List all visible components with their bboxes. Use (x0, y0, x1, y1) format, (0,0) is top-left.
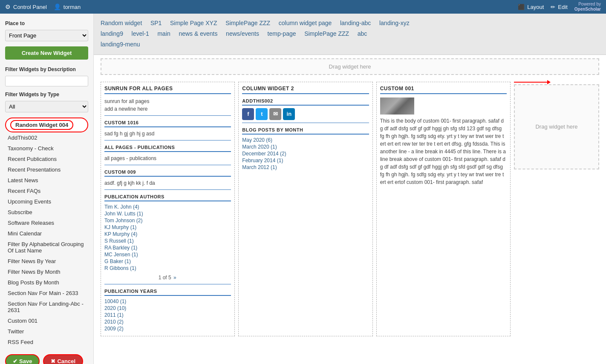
page-nav-sp1[interactable]: SP1 (150, 20, 162, 26)
widget-item-custom-001[interactable]: Custom 001 (5, 315, 88, 326)
place-to-label: Place to (5, 20, 88, 26)
author-ra-barkley[interactable]: RA Barkley (1) (104, 245, 231, 251)
widget-item-software-releases[interactable]: Software Releases (5, 218, 88, 228)
widget-item-filter-news-year[interactable]: Filter News By Year (5, 256, 88, 267)
drag-zone-col-container: Drag widget here (514, 82, 599, 336)
page-nav-news-events[interactable]: news & events (179, 30, 217, 37)
widget-item-taxonomy-check[interactable]: Taxonomy - Check (5, 143, 88, 154)
pub-year-2011[interactable]: 2011 (1) (104, 312, 231, 318)
facebook-icon[interactable]: f (242, 108, 254, 120)
user-menu[interactable]: 👤 torman (54, 3, 81, 10)
top-bar: ⚙ Control Panel 👤 torman ⬛ Layout ✏ Edit… (0, 0, 606, 14)
page-nav-landing-abc[interactable]: landing-abc (340, 20, 371, 26)
page-nav-news-events-2[interactable]: news/events (226, 30, 259, 37)
layout-button[interactable]: ⬛ Layout (518, 4, 544, 10)
widget-item-addthis002[interactable]: AddThis002 (5, 132, 88, 143)
author-kp-murphy[interactable]: KP Murphy (4) (104, 231, 231, 237)
page-nav-temp-page[interactable]: temp-page (268, 30, 296, 37)
widget-item-recent-publications[interactable]: Recent Publications (5, 154, 88, 164)
widget-item-upcoming-events[interactable]: Upcoming Events (5, 196, 88, 207)
pub-year-2020[interactable]: 2020 (10) (104, 305, 231, 311)
blog-feb-2014[interactable]: February 2014 (1) (242, 158, 369, 163)
widget-item-blog-posts-by-month[interactable]: Blog Posts By Month (5, 277, 88, 288)
author-mc-jensen[interactable]: MC Jensen (1) (104, 252, 231, 258)
author-kj-murphy[interactable]: KJ Murphy (1) (104, 224, 231, 230)
layout-icon: ⬛ (518, 4, 525, 10)
widget-item-recent-presentations[interactable]: Recent Presentations (5, 164, 88, 175)
widget-item-mini-calendar[interactable]: Mini Calendar (5, 228, 88, 239)
user-icon: 👤 (54, 3, 61, 10)
blog-march-2020[interactable]: March 2020 (1) (242, 144, 369, 150)
widget-item-rss-feed[interactable]: RSS Feed (5, 337, 88, 347)
arrow-line (514, 82, 548, 83)
twitter-icon[interactable]: t (256, 108, 268, 120)
save-icon: ✔ (13, 358, 17, 364)
drag-zone-col[interactable]: Drag widget here (514, 84, 599, 169)
custom1016-title: CUSTOM 1016 (104, 120, 231, 127)
email-icon[interactable]: ✉ (269, 108, 281, 120)
widget-item-recent-faqs[interactable]: Recent FAQs (5, 186, 88, 196)
create-new-widget-button[interactable]: Create New Widget (5, 46, 88, 60)
blog-may-2020[interactable]: May 2020 (6) (242, 137, 369, 143)
social-icons: f t ✉ in (242, 108, 369, 120)
edit-button[interactable]: ✏ Edit (551, 4, 567, 10)
page-nav-simple-page-xyz[interactable]: Simple Page XYZ (170, 20, 217, 26)
page-nav-simplepage-zzz-2[interactable]: SimplePage ZZZ (304, 30, 349, 37)
allpages-pub-content: all pages - publications (104, 155, 231, 162)
blog-posts-title: BLOG POSTS BY MONTH (242, 127, 369, 135)
author-tom-johnson[interactable]: Tom Johnson (2) (104, 218, 231, 224)
filter-desc-label: Filter Widgets by Description (5, 66, 88, 72)
sidebar-actions: ✔ Save ✖ Cancel (5, 351, 88, 364)
author-tim-john[interactable]: Tim K. John (4) (104, 204, 231, 210)
page-nav-simplepage-zzz[interactable]: SimplePage ZZZ (225, 20, 270, 26)
place-to-select[interactable]: Front Page Secondary Page Landing Page (5, 30, 88, 41)
save-button[interactable]: ✔ Save (5, 354, 40, 364)
allpages-pub-title: ALL PAGES - PUBLICATIONS (104, 145, 231, 152)
control-panel-icon: ⚙ (5, 3, 11, 10)
col1-title: SUNRUN FOR ALL PAGES (104, 86, 231, 94)
filter-desc-input[interactable] (5, 76, 88, 86)
widget-item-twitter[interactable]: Twitter (5, 326, 88, 337)
linkedin-icon[interactable]: in (283, 108, 295, 120)
page-nav-abc[interactable]: abc (358, 30, 367, 37)
custom009-title: CUSTOM 009 (104, 169, 231, 177)
page-nav-column-widget-page[interactable]: column widget page (279, 20, 332, 26)
control-panel-link[interactable]: ⚙ Control Panel (5, 3, 47, 10)
pub-year-2009[interactable]: 2009 (2) (104, 326, 231, 332)
page-nav-landing9[interactable]: landing9 (101, 30, 123, 37)
page-nav-landing-xyz[interactable]: landing-xyz (379, 20, 410, 26)
pub-years-title: PUBLICATION YEARS (104, 289, 231, 296)
widget-item-random-widget-004[interactable]: Random Widget 004 (5, 118, 88, 132)
filter-type-select[interactable]: All Publication News Events (5, 101, 88, 112)
author-john-lutts[interactable]: John W. Lutts (1) (104, 211, 231, 217)
author-r-gibbons[interactable]: R Gibbons (1) (104, 265, 231, 271)
widget-item-section-nav-landing[interactable]: Section Nav For Landing-Abc - 2631 (5, 298, 88, 315)
widget-list: Random Widget 004 AddThis002 Taxonomy - … (5, 118, 88, 347)
blog-march-2012[interactable]: March 2012 (1) (242, 164, 369, 170)
pub-authors-list: Tim K. John (4) John W. Lutts (1) Tom Jo… (104, 204, 231, 271)
page-nav-random-widget[interactable]: Random widget (101, 20, 142, 26)
page-nav-level-1[interactable]: level-1 (132, 30, 149, 37)
widget-item-subscribe[interactable]: Subscribe (5, 207, 88, 218)
widget-item-filter-alpha[interactable]: Filter By Alphabetical Grouping Of Last … (5, 239, 88, 256)
custom001-body: This is the body of custom 001- first pa… (380, 117, 507, 186)
columns-row: SUNRUN FOR ALL PAGES sunrun for all page… (94, 78, 606, 340)
widget-item-section-nav-main[interactable]: Section Nav For Main - 2633 (5, 288, 88, 298)
page-nav: Random widget SP1 Simple Page XYZ Simple… (94, 14, 606, 55)
edit-icon: ✏ (551, 4, 555, 10)
author-s-russell[interactable]: S Russell (1) (104, 238, 231, 244)
page-nav-landing9-menu[interactable]: landing9-menu (101, 41, 140, 48)
col2-widget: COLUMN WIDGET 2 ADDTHIS002 f t ✉ in BLOG… (238, 82, 372, 336)
cancel-button[interactable]: ✖ Cancel (43, 354, 83, 364)
widget-item-filter-news-month[interactable]: Filter News By Month (5, 267, 88, 277)
pagination-next[interactable]: » (173, 275, 176, 281)
drag-zone-top[interactable]: Drag widget here (101, 58, 599, 75)
pub-year-10040[interactable]: 10040 (1) (104, 298, 231, 304)
blog-dec-2014[interactable]: December 2014 (2) (242, 151, 369, 157)
widget-item-latest-news[interactable]: Latest News (5, 175, 88, 186)
cancel-icon: ✖ (51, 358, 55, 364)
page-nav-main[interactable]: main (157, 30, 170, 37)
pub-year-2010[interactable]: 2010 (2) (104, 319, 231, 325)
author-g-baker[interactable]: G Baker (1) (104, 258, 231, 264)
authors-pagination: 1 of 5 » (104, 275, 231, 281)
